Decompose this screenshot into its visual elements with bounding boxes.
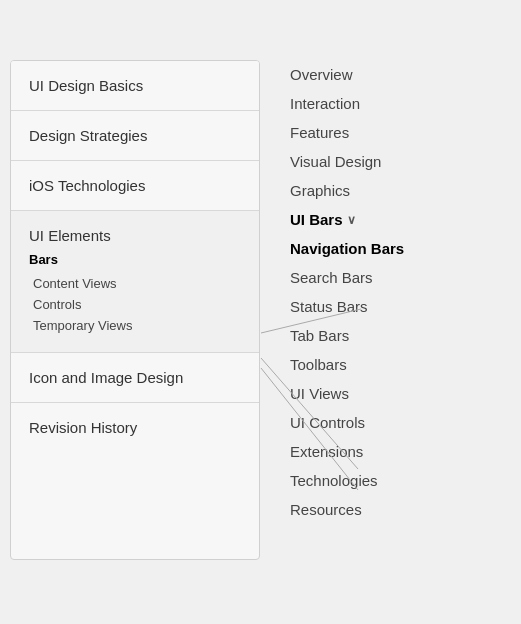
sidebar-item-ui-elements[interactable]: UI Elements Bars Content Views Controls … [11, 211, 259, 353]
chevron-down-icon: ∨ [347, 213, 356, 227]
right-menu-item-navigation-bars[interactable]: Navigation Bars [290, 234, 521, 263]
ui-bars-label: UI Bars [290, 211, 343, 228]
sidebar-subitem-bars-label: Bars [29, 252, 241, 267]
sidebar-item-ui-design-basics[interactable]: UI Design Basics [11, 61, 259, 111]
sidebar-item-label: UI Design Basics [29, 77, 143, 94]
right-menu-item-ui-bars[interactable]: UI Bars ∨ [290, 205, 521, 234]
right-menu-item-visual-design[interactable]: Visual Design [290, 147, 521, 176]
right-menu-item-overview[interactable]: Overview [290, 60, 521, 89]
sidebar-item-label: iOS Technologies [29, 177, 145, 194]
sidebar-subitem-controls[interactable]: Controls [29, 294, 241, 315]
sidebar-item-revision-history[interactable]: Revision History [11, 403, 259, 452]
right-menu-item-ui-controls[interactable]: UI Controls [290, 408, 521, 437]
right-menu-item-interaction[interactable]: Interaction [290, 89, 521, 118]
right-menu-item-extensions[interactable]: Extensions [290, 437, 521, 466]
right-menu-item-graphics[interactable]: Graphics [290, 176, 521, 205]
sidebar-item-label: Icon and Image Design [29, 369, 183, 386]
sidebar-item-label: Design Strategies [29, 127, 147, 144]
right-menu-item-resources[interactable]: Resources [290, 495, 521, 524]
right-menu-item-toolbars[interactable]: Toolbars [290, 350, 521, 379]
right-menu-item-status-bars[interactable]: Status Bars [290, 292, 521, 321]
sidebar-subitem-content-views[interactable]: Content Views [29, 273, 241, 294]
sidebar-subitem-temporary-views[interactable]: Temporary Views [29, 315, 241, 336]
right-menu-list: Overview Interaction Features Visual Des… [290, 60, 521, 524]
right-menu-item-tab-bars[interactable]: Tab Bars [290, 321, 521, 350]
sidebar-item-ios-technologies[interactable]: iOS Technologies [11, 161, 259, 211]
right-menu-item-features[interactable]: Features [290, 118, 521, 147]
right-menu-item-search-bars[interactable]: Search Bars [290, 263, 521, 292]
sidebar: UI Design Basics Design Strategies iOS T… [10, 60, 260, 560]
sidebar-item-label: Revision History [29, 419, 137, 436]
sidebar-item-group-label: UI Elements [29, 227, 241, 244]
sidebar-subitems-list: Content Views Controls Temporary Views [29, 273, 241, 336]
main-container: UI Design Basics Design Strategies iOS T… [0, 0, 521, 624]
right-menu-item-technologies[interactable]: Technologies [290, 466, 521, 495]
sidebar-item-design-strategies[interactable]: Design Strategies [11, 111, 259, 161]
right-panel: Overview Interaction Features Visual Des… [260, 0, 521, 624]
sidebar-item-icon-image-design[interactable]: Icon and Image Design [11, 353, 259, 403]
right-menu-item-ui-views[interactable]: UI Views [290, 379, 521, 408]
